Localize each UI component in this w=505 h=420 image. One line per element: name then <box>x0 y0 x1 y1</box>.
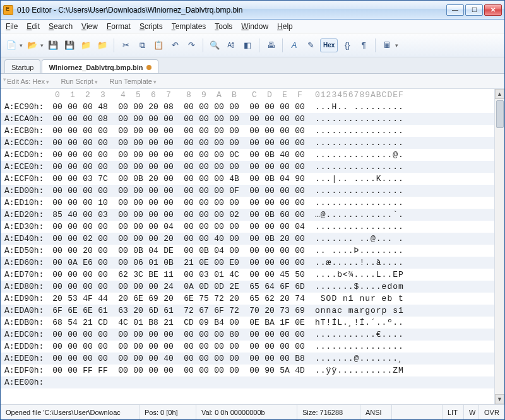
expand-icon[interactable]: ▾ <box>3 76 6 83</box>
highlight-icon[interactable]: ◧ <box>241 38 254 52</box>
folder2-icon[interactable]: 📁 <box>95 38 109 52</box>
find-icon[interactable]: 🔍 <box>208 38 222 52</box>
hex-mode-button[interactable]: Hex <box>320 38 338 52</box>
find-ab-icon[interactable]: A₿ <box>224 38 238 52</box>
toolbar: 📄▾ 📂▾ 💾 💾 📁 📁 ✂ ⧉ 📋 ↶ ↷ 🔍 A₿ ◧ 🖶 A ✎ Hex… <box>1 33 504 57</box>
hex-row[interactable]: A:ECC0h:00000000000000000000000000000000… <box>1 137 494 149</box>
dirty-indicator-icon <box>146 65 152 70</box>
hex-row[interactable]: A:EDE0h:000000000000004000000000000000B8… <box>1 353 494 365</box>
hex-row[interactable]: A:ED90h:20534F44206E69206E75722065622074… <box>1 293 494 305</box>
menu-view[interactable]: View <box>81 22 98 31</box>
menu-window[interactable]: Window <box>241 22 268 31</box>
hex-row[interactable]: A:ED70h:00000000623CBE110003014C00004550… <box>1 269 494 281</box>
status-encoding[interactable]: ANSI <box>360 405 392 419</box>
editor-area: 0123456789ABCDEF0123456789ABCDEFA:EC90h:… <box>1 89 504 404</box>
status-val: Val: 0 0h 00000000b <box>196 405 297 419</box>
hex-row[interactable]: A:ED50h:00002000000B04DE000B040000000000… <box>1 245 494 257</box>
redo-icon[interactable]: ↷ <box>184 38 198 52</box>
hex-row[interactable]: A:ECF0h:0000037C000B20000000004B000B0490… <box>1 173 494 185</box>
minimize-button[interactable]: — <box>446 4 464 16</box>
app-icon <box>3 5 13 15</box>
status-opened: Opened file 'C:\Users\User\Downloac <box>1 405 140 419</box>
menu-tools[interactable]: Tools <box>215 22 232 31</box>
menu-templates[interactable]: Templates <box>172 22 206 31</box>
close-button[interactable]: ✕ <box>484 4 502 16</box>
hex-row[interactable]: A:ECA0h:00000008000000000000000000000000… <box>1 113 494 125</box>
status-endian[interactable]: LIT <box>443 405 464 419</box>
scroll-up-arrow-icon[interactable]: ▲ <box>495 89 504 99</box>
run-script-dropdown[interactable]: Run Script <box>61 78 98 85</box>
tab-active-file[interactable]: Wlniornez_Dablvtrq.bmp.bin <box>42 59 158 73</box>
hex-row[interactable]: A:ECE0h:00000000000000000000000000000000… <box>1 161 494 173</box>
status-ovr[interactable]: OVR <box>479 405 504 419</box>
edit-icon[interactable]: ✎ <box>304 38 318 52</box>
hex-row[interactable]: A:EC90h:00000048000020080000000000000000… <box>1 101 494 113</box>
hex-row[interactable]: A:EDA0h:6F6E6E6163206D6172676F7270207369… <box>1 305 494 317</box>
status-pos: Pos: 0 [0h] <box>140 405 196 419</box>
brackets-icon[interactable]: {} <box>340 38 354 52</box>
hex-row[interactable]: A:ED80h:00000000000000240A0D0D2E65646F6D… <box>1 281 494 293</box>
maximize-button[interactable]: ☐ <box>465 4 483 16</box>
open-folder-icon[interactable]: 📂 <box>25 38 39 52</box>
hex-row[interactable]: A:ED00h:00000000000000000000000F00000000… <box>1 185 494 197</box>
menu-help[interactable]: Help <box>277 22 293 31</box>
menu-edit[interactable]: Edit <box>27 22 40 31</box>
hex-row[interactable]: A:ED10h:00000010000000000000000000000000… <box>1 197 494 209</box>
vertical-scrollbar[interactable]: ▲ ▼ <box>494 89 504 404</box>
scroll-thumb[interactable] <box>496 100 504 128</box>
paste-icon[interactable]: 📋 <box>152 38 165 52</box>
cut-icon[interactable]: ✂ <box>119 38 133 52</box>
hex-row[interactable]: A:ECB0h:00000000000000000000000000000000… <box>1 125 494 137</box>
menu-search[interactable]: Search <box>49 22 73 31</box>
hex-row[interactable]: A:EDF0h:0000FFFF000000000000000000905A4D… <box>1 365 494 376</box>
print-icon[interactable]: 🖶 <box>264 38 278 52</box>
hex-row[interactable]: A:ED30h:00000000000000040000000000000004… <box>1 221 494 233</box>
app-window: 010 Editor - C:\Users\User\Downloads\Wln… <box>0 0 505 420</box>
save-all-icon[interactable]: 💾 <box>62 38 76 52</box>
title-bar[interactable]: 010 Editor - C:\Users\User\Downloads\Wln… <box>1 1 504 20</box>
hex-row[interactable]: A:ECD0h:00000000000000000000000C000B4000… <box>1 149 494 161</box>
hex-row[interactable]: A:EE00h: <box>1 376 494 388</box>
calc-icon[interactable]: 🖩 <box>380 38 394 52</box>
menu-format[interactable]: Format <box>107 22 131 31</box>
hex-row[interactable]: A:ED20h:854000030000000000000002000B6000… <box>1 209 494 221</box>
tab-startup[interactable]: Startup <box>4 59 40 73</box>
status-size: Size: 716288 <box>297 405 360 419</box>
hex-row[interactable]: A:EDB0h:685421CD4C01B821CD09B4000EBA1F0E… <box>1 317 494 329</box>
window-title: 010 Editor - C:\Users\User\Downloads\Wln… <box>17 6 446 15</box>
hex-row[interactable]: A:EDD0h:00000000000000000000000000000000… <box>1 341 494 353</box>
new-file-icon[interactable]: 📄 <box>4 38 18 52</box>
menu-bar: FileEditSearchViewFormatScriptsTemplates… <box>1 20 504 33</box>
status-w[interactable]: W <box>464 405 479 419</box>
edit-options-bar: ▾ Edit As: Hex Run Script Run Template <box>1 74 504 89</box>
copy-icon[interactable]: ⧉ <box>135 38 149 52</box>
tab-bar: Startup Wlniornez_Dablvtrq.bmp.bin <box>1 57 504 74</box>
font-a-icon[interactable]: A <box>287 38 301 52</box>
menu-scripts[interactable]: Scripts <box>140 22 163 31</box>
hex-row[interactable]: A:EDC0h:00000000000000000000008000000000… <box>1 329 494 341</box>
menu-file[interactable]: File <box>6 22 18 31</box>
folder-icon[interactable]: 📁 <box>79 38 93 52</box>
hex-editor[interactable]: 0123456789ABCDEF0123456789ABCDEFA:EC90h:… <box>1 89 494 404</box>
hex-row[interactable]: A:ED40h:000002000000002000004000000B2000… <box>1 233 494 245</box>
run-template-dropdown[interactable]: Run Template <box>109 78 157 85</box>
status-bar: Opened file 'C:\Users\User\Downloac Pos:… <box>1 404 504 419</box>
save-icon[interactable]: 💾 <box>46 38 60 52</box>
hex-row[interactable]: A:ED60h:000AE6000006010B210E00E000000000… <box>1 257 494 269</box>
paragraph-icon[interactable]: ¶ <box>357 38 371 52</box>
undo-icon[interactable]: ↶ <box>168 38 182 52</box>
edit-as-dropdown[interactable]: Edit As: Hex <box>7 78 49 85</box>
scroll-down-arrow-icon[interactable]: ▼ <box>495 394 504 404</box>
